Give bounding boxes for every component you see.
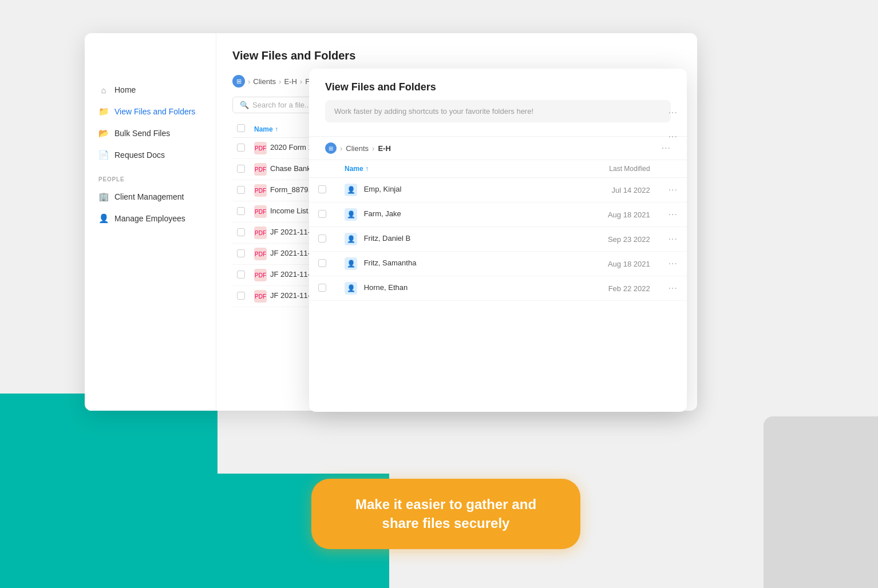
tooltip-text: Make it easier to gather andshare files … [332, 495, 560, 533]
pdf-icon: PDF [254, 142, 267, 154]
page-title: View Files and Folders [232, 49, 681, 62]
people-icon: 👤 [98, 213, 109, 224]
name-column-header[interactable]: Name ↑ [254, 125, 278, 133]
pdf-icon: PDF [254, 227, 267, 239]
breadcrumb2-clients[interactable]: Clients [346, 144, 369, 153]
second-window-title: View Files and Folders [325, 81, 671, 93]
sidebar-item-label: View Files and Folders [114, 107, 195, 116]
row-dots-menu[interactable]: ··· [669, 283, 678, 293]
bg-teal-left [0, 394, 217, 588]
pdf-icon: PDF [254, 248, 267, 260]
table-row[interactable]: 👤 Fritz, Samantha Aug 18 2021 ··· [309, 252, 687, 276]
second-window-table: Name ↑ Last Modified 👤 Emp, Kinjal Jul 1… [309, 160, 687, 301]
pdf-icon: PDF [254, 269, 267, 281]
sidebar-item-request-docs[interactable]: 📄 Request Docs [85, 144, 216, 166]
row-checkbox[interactable] [237, 228, 245, 236]
breadcrumb2-root-icon: ⊞ [325, 142, 337, 154]
pdf-icon: PDF [254, 290, 267, 303]
search-placeholder: Search for a file... [252, 101, 311, 109]
people-section-label: PEOPLE [85, 166, 216, 186]
sort-icon: ↑ [275, 125, 278, 133]
row-dots-menu[interactable]: ··· [669, 259, 678, 268]
sidebar-item-label: Request Docs [114, 150, 165, 160]
sw-row-checkbox[interactable] [318, 185, 326, 193]
select-all-checkbox[interactable] [237, 124, 245, 132]
sidebar-item-client-mgmt[interactable]: 🏢 Client Management [85, 186, 216, 208]
second-window-breadcrumb: ⊞ › Clients › E-H ··· [309, 137, 687, 160]
sw-row-checkbox[interactable] [318, 235, 326, 243]
row-checkbox[interactable] [237, 292, 245, 300]
row-dots-menu[interactable]: ··· [669, 234, 678, 244]
sidebar-item-employees[interactable]: 👤 Manage Employees [85, 208, 216, 229]
table-row[interactable]: 👤 Farm, Jake Aug 18 2021 ··· [309, 202, 687, 227]
shortcut-hint: Work faster by adding shortcuts to your … [325, 100, 671, 122]
row-dots-menu[interactable]: ··· [669, 209, 678, 219]
table-row[interactable]: 👤 Fritz, Daniel B Sep 23 2022 ··· [309, 227, 687, 252]
folder-icon: 👤 [345, 233, 357, 245]
row-checkbox[interactable] [237, 186, 245, 194]
sidebar-item-bulk-send[interactable]: 📂 Bulk Send Files [85, 122, 216, 144]
row-checkbox[interactable] [237, 249, 245, 257]
sidebar-item-files[interactable]: 📁 View Files and Folders [85, 101, 216, 122]
breadcrumb-dots-menu[interactable]: ··· [662, 143, 671, 153]
folder-icon: 👤 [345, 184, 357, 196]
folder-icon: 👤 [345, 208, 357, 221]
sidebar-item-label: Bulk Send Files [114, 129, 170, 138]
breadcrumb-root-icon: ⊞ [232, 75, 245, 88]
sw-row-checkbox[interactable] [318, 284, 326, 292]
breadcrumb-eh[interactable]: E-H [284, 77, 296, 86]
home-icon: ⌂ [98, 85, 109, 95]
folder-icon: 📁 [98, 106, 109, 117]
folder-icon: 👤 [345, 282, 357, 295]
table-row[interactable]: 👤 Horne, Ethan Feb 22 2022 ··· [309, 276, 687, 301]
table-row[interactable]: 👤 Emp, Kinjal Jul 14 2022 ··· [309, 178, 687, 202]
row-checkbox[interactable] [237, 165, 245, 173]
row-dots-menu[interactable]: ··· [669, 185, 678, 194]
sidebar-item-home[interactable]: ⌂ Home [85, 79, 216, 101]
row-checkbox[interactable] [237, 207, 245, 215]
building-icon: 🏢 [98, 192, 109, 202]
pdf-icon: PDF [254, 163, 267, 176]
sidebar: ⌂ Home 📁 View Files and Folders 📂 Bulk S… [85, 33, 216, 411]
row-checkbox[interactable] [237, 144, 245, 152]
tooltip-badge: Make it easier to gather andshare files … [311, 479, 580, 549]
search-icon: 🔍 [240, 101, 249, 109]
pdf-icon: PDF [254, 184, 267, 197]
sw-row-checkbox[interactable] [318, 210, 326, 218]
top-dots-menu-2[interactable]: ··· [669, 132, 678, 142]
sw-modified-col-header: Last Modified [529, 160, 659, 178]
top-dots-menu[interactable]: ··· [669, 108, 678, 118]
row-checkbox[interactable] [237, 271, 245, 279]
pdf-icon: PDF [254, 205, 267, 218]
sidebar-item-label: Client Management [114, 192, 184, 201]
folder-upload-icon: 📂 [98, 128, 109, 138]
breadcrumb-clients[interactable]: Clients [253, 77, 276, 86]
breadcrumb2-eh: E-H [378, 144, 390, 153]
sidebar-item-label: Manage Employees [114, 214, 185, 223]
second-window-header: View Files and Folders Work faster by ad… [309, 69, 687, 137]
sw-name-col-header[interactable]: Name ↑ [345, 165, 369, 173]
second-window: View Files and Folders Work faster by ad… [309, 69, 687, 412]
folder-icon: 👤 [345, 257, 357, 270]
sw-row-checkbox[interactable] [318, 259, 326, 267]
bg-gray-right [764, 416, 878, 588]
doc-icon: 📄 [98, 150, 109, 160]
sidebar-item-label: Home [114, 85, 136, 94]
sw-sort-icon: ↑ [365, 165, 369, 173]
